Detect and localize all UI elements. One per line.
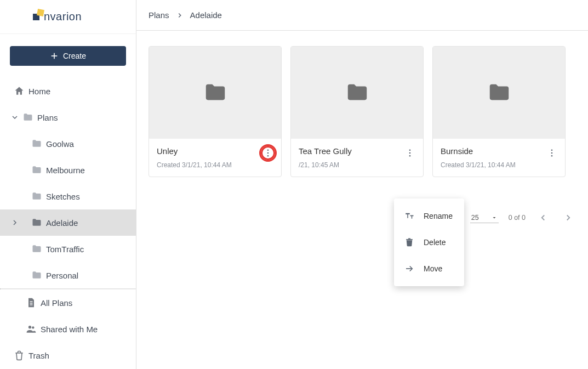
svg-rect-19 [408, 239, 411, 240]
svg-point-13 [409, 152, 411, 154]
logo-mark-icon [33, 12, 43, 22]
logo-block: nvarion [0, 0, 136, 34]
nav-shared[interactable]: Shared with Me [0, 316, 136, 342]
folder-icon [30, 243, 44, 254]
create-label: Create [63, 52, 86, 60]
folder-card[interactable]: Tea Tree Gully /21, 10:45 AM [290, 46, 424, 177]
dropdown-icon [491, 214, 498, 221]
plus-icon [50, 52, 59, 60]
items-per-page-value: 25 [471, 214, 479, 222]
sidebar: nvarion Create Home [0, 0, 136, 369]
svg-rect-1 [37, 9, 44, 16]
nav-label: Melbourne [46, 166, 85, 175]
nav-all-plans[interactable]: All Plans [0, 289, 136, 316]
breadcrumb-current: Adelaide [190, 10, 222, 20]
card-title: Tea Tree Gully [299, 146, 415, 156]
nav-child-goolwa[interactable]: Goolwa [0, 130, 136, 157]
card-thumbnail [291, 47, 423, 139]
page-prev-button[interactable] [535, 210, 551, 225]
context-menu: Rename Delete Move [394, 198, 464, 286]
svg-point-11 [267, 155, 269, 157]
nav-label: Goolwa [46, 139, 74, 149]
folder-card[interactable]: Burnside Created 3/1/21, 10:44 AM [432, 46, 566, 177]
sidebar-nav: Home Plans Goolwa Melbourne [0, 76, 136, 369]
chevron-right-icon [176, 12, 184, 19]
nav-label: Plans [37, 113, 58, 122]
context-rename[interactable]: Rename [394, 203, 464, 229]
svg-point-15 [551, 149, 553, 151]
card-menu-button[interactable] [401, 144, 419, 162]
folder-icon [30, 270, 44, 281]
content: Unley Created 3/1/21, 10:44 AM [136, 31, 588, 369]
svg-point-8 [32, 326, 34, 328]
nav-child-melbourne[interactable]: Melbourne [0, 157, 136, 183]
context-label: Move [424, 264, 442, 273]
svg-rect-4 [30, 302, 33, 302]
home-icon [12, 86, 26, 96]
context-move[interactable]: Move [394, 256, 464, 282]
folder-icon [30, 138, 44, 149]
document-icon [24, 297, 38, 308]
folder-icon [30, 164, 44, 175]
trash-icon [12, 350, 26, 361]
items-per-page-select[interactable]: 25 [470, 213, 499, 223]
page-range: 0 of 0 [509, 214, 526, 222]
card-title: Burnside [441, 146, 557, 156]
svg-point-10 [267, 152, 269, 154]
cards-grid: Unley Created 3/1/21, 10:44 AM [149, 46, 576, 177]
more-vert-icon [547, 148, 557, 158]
nav-label: Sketches [46, 192, 80, 201]
nav-label: Shared with Me [41, 325, 98, 334]
card-thumbnail [149, 47, 281, 139]
svg-rect-6 [30, 304, 33, 305]
context-label: Rename [424, 212, 453, 220]
more-vert-icon [263, 148, 273, 158]
nav-trash[interactable]: Trash [0, 342, 136, 368]
folder-icon [21, 112, 35, 123]
nav-child-sketches[interactable]: Sketches [0, 183, 136, 209]
trash-icon [404, 237, 415, 247]
context-label: Delete [424, 238, 446, 247]
nav-label: Adelaide [46, 218, 78, 228]
card-title: Unley [157, 146, 273, 156]
nav-plans[interactable]: Plans [0, 104, 136, 130]
folder-icon [30, 217, 44, 228]
chevron-down-icon [9, 113, 21, 122]
svg-rect-18 [406, 239, 413, 240]
svg-rect-5 [30, 303, 33, 303]
nav-child-adelaide[interactable]: Adelaide [0, 209, 136, 236]
card-menu-button[interactable] [543, 144, 561, 162]
nav-child-personal[interactable]: Personal [0, 262, 136, 288]
nav-home[interactable]: Home [0, 78, 136, 104]
chevron-right-icon [9, 218, 21, 227]
logo: nvarion [33, 10, 82, 23]
nav-child-tomtraffic[interactable]: TomTraffic [0, 236, 136, 262]
breadcrumb: Plans Adelaide [136, 0, 588, 31]
card-menu-button[interactable] [259, 144, 277, 162]
arrow-right-icon [404, 264, 415, 274]
svg-point-7 [28, 326, 31, 328]
card-subtitle: /21, 10:45 AM [299, 161, 415, 169]
card-thumbnail [433, 47, 565, 139]
folder-icon [30, 191, 44, 202]
svg-point-14 [409, 155, 411, 157]
people-icon [24, 323, 38, 334]
create-button[interactable]: Create [10, 46, 126, 66]
folder-card[interactable]: Unley Created 3/1/21, 10:44 AM [149, 46, 282, 177]
nav-label: All Plans [41, 298, 72, 308]
text-format-icon [404, 211, 415, 221]
main: Plans Adelaide Unley Created 3/1/21, 10:… [136, 0, 588, 369]
card-subtitle: Created 3/1/21, 10:44 AM [157, 161, 273, 169]
svg-point-9 [267, 149, 269, 151]
breadcrumb-root[interactable]: Plans [149, 10, 169, 20]
nav-label: Personal [46, 271, 78, 280]
nav-label: Trash [28, 351, 49, 360]
page-next-button[interactable] [561, 210, 576, 225]
context-delete[interactable]: Delete [394, 229, 464, 256]
svg-point-17 [551, 155, 553, 157]
nav-label: Home [28, 87, 50, 96]
logo-text: nvarion [44, 10, 82, 23]
svg-point-12 [409, 149, 411, 151]
card-subtitle: Created 3/1/21, 10:44 AM [441, 161, 557, 169]
nav-label: TomTraffic [46, 245, 84, 254]
